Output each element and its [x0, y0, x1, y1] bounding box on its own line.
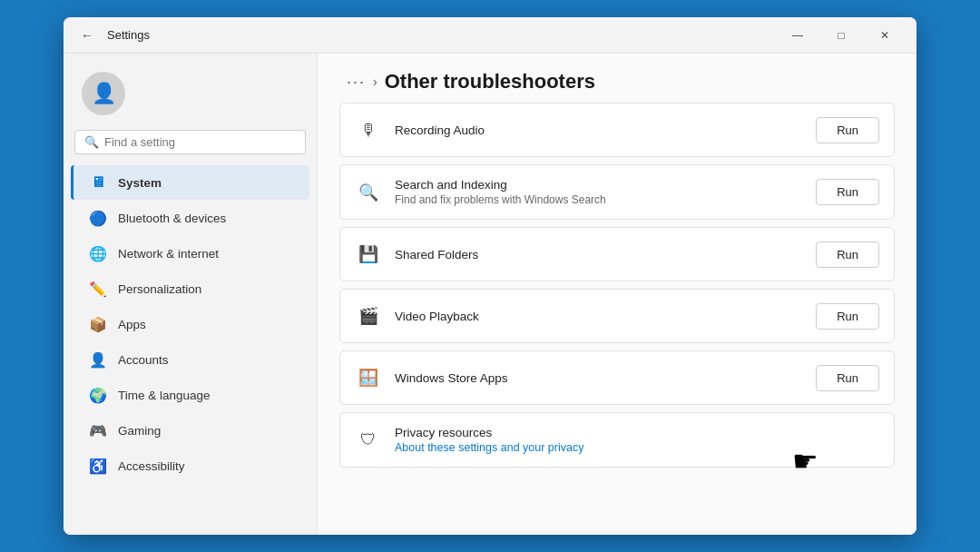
item-title: Video Playback [395, 310, 803, 323]
titlebar: ← Settings — □ ✕ [64, 17, 916, 54]
maximize-button[interactable]: □ [820, 21, 862, 50]
sidebar-item-accessibility[interactable]: ♿ Accessibility [71, 448, 309, 483]
breadcrumb-dots: ··· [347, 73, 366, 92]
item-icon: 🪟 [355, 364, 382, 391]
avatar-icon: 👤 [92, 82, 116, 105]
item-title: Search and Indexing [395, 178, 803, 192]
nav-icon: 🌐 [89, 244, 107, 262]
sidebar-item-system[interactable]: 🖥 System [71, 165, 309, 200]
troubleshooter-item: 🎙 Recording Audio Run [339, 103, 895, 157]
item-text: Shared Folders [395, 248, 803, 261]
nav-label: Accessibility [118, 459, 185, 473]
troubleshooter-item: 🎬 Video Playback Run [339, 289, 895, 343]
nav-icon: 🎮 [89, 421, 107, 439]
nav-icon: ♿ [89, 457, 107, 475]
window-controls: — □ ✕ [777, 21, 906, 50]
troubleshooter-item: 🔍 Search and Indexing Find and fix probl… [339, 164, 895, 220]
sidebar-item-gaming[interactable]: 🎮 Gaming [71, 413, 309, 448]
privacy-item: 🛡 Privacy resources About these settings… [339, 412, 895, 468]
item-title: Shared Folders [395, 248, 803, 261]
item-icon: 💾 [355, 241, 382, 268]
run-button[interactable]: Run [816, 117, 879, 143]
page-title: Other troubleshooters [385, 70, 595, 94]
item-icon: 🎙 [355, 116, 382, 143]
nav-label: Accounts [118, 353, 169, 367]
sidebar-item-personalization[interactable]: ✏️ Personalization [71, 271, 309, 306]
main-header: ··· › Other troubleshooters [318, 54, 916, 103]
item-title: Recording Audio [395, 123, 803, 137]
sidebar-item-networkinternet[interactable]: 🌐 Network & internet [71, 236, 309, 271]
nav-label: Bluetooth & devices [118, 212, 226, 225]
sidebar: 👤 🔍 🖥 System 🔵 Bluetooth & devices 🌐 Net… [64, 54, 318, 535]
window-body: 👤 🔍 🖥 System 🔵 Bluetooth & devices 🌐 Net… [64, 54, 916, 535]
sidebar-item-timelanguage[interactable]: 🌍 Time & language [71, 378, 309, 412]
search-icon: 🔍 [84, 135, 99, 149]
nav-label: Apps [118, 318, 146, 331]
nav-list: 🖥 System 🔵 Bluetooth & devices 🌐 Network… [64, 165, 317, 483]
avatar: 👤 [82, 72, 125, 115]
close-icon: ✕ [880, 29, 889, 42]
item-text: Video Playback [395, 310, 803, 323]
nav-icon: 🔵 [89, 209, 107, 227]
item-icon: 🔍 [355, 179, 382, 206]
privacy-link[interactable]: About these settings and your privacy [395, 441, 879, 454]
back-button[interactable]: ← [74, 23, 100, 48]
nav-icon: 📦 [89, 315, 107, 333]
back-icon: ← [81, 28, 93, 43]
privacy-text: Privacy resources About these settings a… [395, 426, 879, 454]
item-subtitle: Find and fix problems with Windows Searc… [395, 193, 803, 206]
item-text: Recording Audio [395, 123, 803, 137]
nav-icon: ✏️ [89, 280, 107, 298]
sidebar-item-bluetoothdevices[interactable]: 🔵 Bluetooth & devices [71, 201, 309, 235]
troubleshooter-item: 🪟 Windows Store Apps Run [339, 350, 895, 405]
nav-icon: 👤 [89, 350, 107, 369]
item-text: Windows Store Apps [395, 371, 803, 385]
sidebar-item-apps[interactable]: 📦 Apps [71, 307, 309, 341]
minimize-icon: — [792, 29, 803, 42]
settings-window: ← Settings — □ ✕ 👤 [64, 17, 916, 535]
item-icon: 🎬 [355, 302, 382, 330]
sidebar-item-accounts[interactable]: 👤 Accounts [71, 342, 309, 377]
run-button[interactable]: Run [816, 242, 879, 268]
nav-label: System [118, 176, 162, 190]
main-content: ··· › Other troubleshooters 🎙 Recording … [318, 54, 916, 535]
breadcrumb-chevron: › [373, 74, 377, 89]
item-text: Search and Indexing Find and fix problem… [395, 178, 803, 206]
maximize-icon: □ [838, 29, 844, 42]
privacy-title: Privacy resources [395, 426, 879, 439]
nav-label: Network & internet [118, 247, 219, 261]
nav-label: Gaming [118, 424, 161, 438]
nav-icon: 🌍 [89, 386, 107, 404]
run-button[interactable]: Run [816, 365, 879, 391]
run-button[interactable]: Run [816, 179, 879, 205]
search-input[interactable] [104, 135, 296, 149]
content-area: 🎙 Recording Audio Run 🔍 Search and Index… [318, 103, 916, 497]
nav-icon: 🖥 [89, 173, 107, 192]
close-button[interactable]: ✕ [864, 21, 906, 50]
troubleshooter-item: 💾 Shared Folders Run [339, 227, 895, 281]
run-button[interactable]: Run [816, 303, 879, 330]
minimize-button[interactable]: — [777, 21, 818, 50]
avatar-section: 👤 [64, 64, 317, 130]
window-title: Settings [107, 28, 150, 42]
privacy-icon: 🛡 [355, 426, 382, 453]
item-title: Windows Store Apps [395, 371, 803, 385]
search-box[interactable]: 🔍 [74, 130, 306, 154]
nav-label: Time & language [118, 389, 211, 402]
nav-label: Personalization [118, 282, 201, 296]
